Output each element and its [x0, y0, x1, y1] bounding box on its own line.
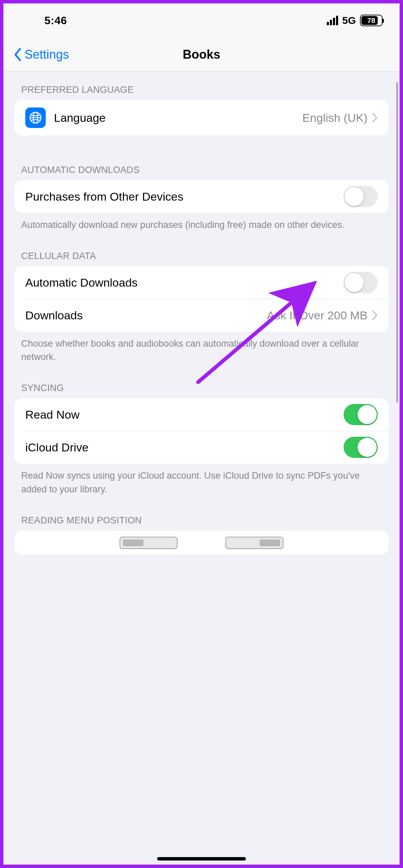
page-title: Books [183, 47, 220, 62]
chevron-left-icon [14, 48, 22, 61]
section-header-reading-menu: READING MENU POSITION [3, 496, 400, 531]
read-now-label: Read Now [25, 408, 80, 421]
network-label: 5G [342, 15, 356, 26]
battery-percent: 78 [367, 16, 375, 25]
segment-option-left[interactable] [120, 537, 178, 549]
status-bar: 5:46 5G 78 [3, 3, 400, 38]
back-label: Settings [25, 47, 69, 62]
reading-menu-preview[interactable] [14, 531, 389, 549]
group-syncing: Read Now iCloud Drive [14, 398, 389, 464]
status-time: 5:46 [44, 14, 67, 27]
group-reading-menu [14, 531, 389, 554]
toggle-read-now[interactable] [344, 404, 378, 425]
segment-option-right[interactable] [225, 537, 283, 549]
row-read-now: Read Now [14, 398, 389, 431]
nav-bar: Settings Books [3, 38, 400, 72]
cellular-downloads-value: Ask If Over 200 MB [267, 309, 367, 322]
row-cellular-auto-downloads: Automatic Downloads [14, 266, 389, 299]
chevron-right-icon [372, 310, 378, 320]
status-right: 5G 78 [327, 15, 383, 26]
scroll-indicator[interactable] [396, 82, 398, 403]
group-preferred-language: Language English (UK) [14, 100, 389, 135]
footer-automatic-downloads: Automatically download new purchases (in… [3, 213, 400, 232]
cellular-downloads-label: Downloads [25, 309, 83, 322]
section-header-automatic-downloads: AUTOMATIC DOWNLOADS [3, 135, 400, 180]
purchases-label: Purchases from Other Devices [25, 190, 183, 203]
screen: 5:46 5G 78 Settings Books PREFERRED LANG… [3, 3, 400, 865]
language-label: Language [54, 111, 106, 125]
section-header-preferred-language: PREFERRED LANGUAGE [3, 72, 400, 100]
battery-icon: 78 [360, 15, 383, 26]
toggle-icloud-drive[interactable] [344, 437, 378, 458]
content: PREFERRED LANGUAGE Language English (UK) [3, 72, 400, 554]
cellular-signal-icon [327, 16, 338, 25]
toggle-purchases-other-devices[interactable] [344, 186, 378, 207]
footer-syncing: Read Now syncs using your iCloud account… [3, 464, 400, 496]
chevron-right-icon [372, 113, 378, 122]
row-cellular-downloads[interactable]: Downloads Ask If Over 200 MB [14, 299, 389, 332]
section-header-cellular-data: CELLULAR DATA [3, 232, 400, 266]
cellular-auto-label: Automatic Downloads [25, 276, 138, 289]
footer-cellular-data: Choose whether books and audiobooks can … [3, 332, 400, 364]
group-cellular-data: Automatic Downloads Downloads Ask If Ove… [14, 266, 389, 332]
toggle-cellular-auto-downloads[interactable] [344, 272, 378, 293]
globe-icon [25, 107, 46, 128]
row-purchases-other-devices: Purchases from Other Devices [14, 180, 389, 213]
home-indicator[interactable] [157, 857, 246, 860]
back-button[interactable]: Settings [3, 47, 69, 62]
section-header-syncing: SYNCING [3, 364, 400, 398]
icloud-drive-label: iCloud Drive [25, 441, 88, 454]
group-automatic-downloads: Purchases from Other Devices [14, 180, 389, 213]
language-value: English (UK) [302, 111, 367, 125]
row-icloud-drive: iCloud Drive [14, 431, 389, 464]
row-language[interactable]: Language English (UK) [14, 100, 389, 135]
